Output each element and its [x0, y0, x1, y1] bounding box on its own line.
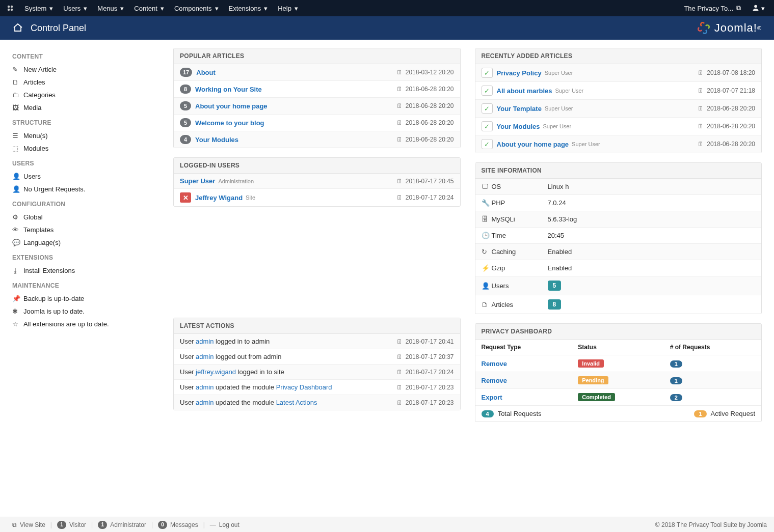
calendar-icon: 🗓	[396, 119, 403, 126]
menu-components[interactable]: Components▾	[169, 1, 224, 16]
calendar-icon: 🗓	[698, 87, 704, 94]
calendar-icon: 🗓	[396, 399, 403, 406]
publish-toggle[interactable]: ✓	[482, 68, 493, 78]
article-date: 2018-06-28 20:20	[406, 136, 454, 143]
action-date: 2018-07-17 20:37	[406, 353, 454, 360]
calendar-icon: 🗓	[396, 194, 403, 201]
hit-count-badge: 17	[180, 68, 192, 77]
publish-toggle[interactable]: ✓	[482, 103, 493, 114]
siteinfo-row: 👤Users 5	[475, 276, 762, 295]
article-link[interactable]: About your home page	[497, 141, 569, 148]
publish-toggle[interactable]: ✓	[482, 86, 493, 96]
calendar-icon: 🗓	[396, 338, 403, 345]
sidebar-item[interactable]: 👤Users	[12, 170, 165, 183]
user-link[interactable]: Jeffrey Wigand	[195, 194, 243, 202]
sidebar-item[interactable]: 📌Backup is up-to-date	[12, 292, 165, 305]
sidebar-item-label: Backup is up-to-date	[23, 295, 84, 302]
panel-heading: SITE INFORMATION	[475, 163, 762, 179]
article-date: 2018-06-28 20:20	[406, 119, 454, 126]
image-icon: 🖼	[12, 104, 23, 111]
wrench-icon: 🔧	[482, 199, 492, 207]
action-object-link[interactable]: Privacy Dashboard	[276, 383, 332, 391]
monitor-icon: 🖵	[482, 183, 492, 190]
action-row: User admin logged in to admin 🗓2018-07-1…	[174, 334, 460, 349]
privacy-col-count: # of Requests	[664, 340, 761, 355]
clock-icon: 🕒	[482, 232, 492, 239]
user-icon: 👤	[12, 185, 23, 193]
sidebar-item[interactable]: 👤No Urgent Requests.	[12, 183, 165, 195]
action-user-link[interactable]: admin	[196, 399, 213, 406]
calendar-icon: 🗓	[396, 69, 403, 76]
privacy-count-pill: 2	[670, 394, 682, 401]
user-menu[interactable]: ▾	[749, 4, 768, 13]
recent-article-row: ✓ Your Modules Super User 🗓2018-06-28 20…	[475, 118, 762, 135]
action-user-link[interactable]: admin	[196, 353, 213, 360]
sidebar-item[interactable]: ☰Menu(s)	[12, 129, 165, 142]
privacy-type-link[interactable]: Remove	[475, 372, 572, 389]
privacy-count-pill: 1	[670, 360, 682, 368]
active-request-label: Active Request	[711, 410, 755, 417]
svg-point-4	[754, 5, 757, 8]
panel-logged-in-users: LOGGED-IN USERS Super User Administratio…	[173, 157, 461, 207]
sidebar-item[interactable]: ✱Joomla is up to date.	[12, 305, 165, 318]
bolt-icon: ⚡	[482, 264, 492, 272]
article-link[interactable]: Your Template	[497, 105, 542, 113]
article-link[interactable]: Working on Your Site	[195, 86, 262, 93]
privacy-count-pill: 1	[670, 377, 682, 384]
siteinfo-value: Enabled	[548, 264, 572, 272]
article-link[interactable]: About your home page	[195, 102, 268, 110]
hit-count-badge: 4	[180, 135, 191, 144]
publish-toggle[interactable]: ✓	[482, 139, 493, 149]
privacy-type-link[interactable]: Remove	[475, 355, 572, 372]
sidebar-item[interactable]: 👁Templates	[12, 223, 165, 236]
sidebar-heading-config: CONFIGURATION	[12, 201, 165, 208]
menu-menus[interactable]: Menus▾	[92, 1, 129, 16]
site-link[interactable]: The Privacy To... ⧉	[680, 4, 745, 12]
menu-content[interactable]: Content▾	[129, 1, 169, 16]
download-icon: ⭳	[12, 267, 23, 274]
sidebar-item[interactable]: 🗋Articles	[12, 76, 165, 89]
sidebar-item[interactable]: 🖼Media	[12, 101, 165, 114]
privacy-type-link[interactable]: Export	[475, 389, 572, 406]
menu-users[interactable]: Users▾	[58, 1, 92, 16]
logout-user-button[interactable]: ✕	[180, 192, 191, 203]
article-link[interactable]: All about marbles	[497, 87, 552, 95]
total-requests-label: Total Requests	[498, 410, 542, 417]
article-link[interactable]: Welcome to your blog	[195, 119, 264, 127]
publish-toggle[interactable]: ✓	[482, 121, 493, 131]
article-date: 2018-06-28 20:20	[707, 141, 755, 148]
sidebar-item[interactable]: ⚙Global	[12, 211, 165, 223]
calendar-icon: 🗓	[396, 384, 403, 391]
external-link-icon: ⧉	[736, 4, 741, 12]
menu-extensions[interactable]: Extensions▾	[224, 1, 273, 16]
panel-heading: RECENTLY ADDED ARTICLES	[475, 48, 762, 64]
sidebar-item[interactable]: ⭳Install Extensions	[12, 264, 165, 277]
sidebar-item[interactable]: ⬚Modules	[12, 142, 165, 155]
action-user-link[interactable]: admin	[196, 338, 213, 345]
sidebar-item-label: Global	[23, 213, 43, 221]
user-link[interactable]: Super User	[180, 177, 215, 185]
action-object-link[interactable]: Latest Actions	[276, 399, 317, 406]
action-user-link[interactable]: jeffrey.wigand	[196, 368, 236, 376]
panel-popular-articles: POPULAR ARTICLES 17 About 🗓2018-03-12 20…	[173, 48, 461, 148]
article-author: Super User	[545, 105, 573, 111]
siteinfo-label: OS	[492, 183, 501, 190]
sidebar-item[interactable]: ✎New Article	[12, 63, 165, 76]
article-link[interactable]: Your Modules	[195, 136, 238, 144]
siteinfo-row: ⚡Gzip Enabled	[475, 260, 762, 276]
title-bar: Control Panel Joomla!®	[0, 16, 774, 40]
article-link[interactable]: Privacy Policy	[497, 69, 542, 77]
sidebar-item[interactable]: 🗀Categories	[12, 89, 165, 101]
sidebar-item[interactable]: 💬Language(s)	[12, 236, 165, 249]
calendar-icon: 🗓	[396, 86, 403, 93]
menu-system[interactable]: System▾	[19, 1, 58, 16]
article-link[interactable]: About	[196, 69, 216, 76]
sidebar-item-label: Templates	[23, 226, 54, 234]
article-link[interactable]: Your Modules	[497, 123, 540, 130]
caret-down-icon: ▾	[264, 5, 268, 12]
action-user-link[interactable]: admin	[196, 383, 213, 391]
sidebar-item[interactable]: ☆All extensions are up to date.	[12, 318, 165, 330]
popular-article-row: 8 Working on Your Site 🗓2018-06-28 20:20	[174, 81, 460, 98]
loggedin-user-row: ✕ Jeffrey Wigand Site 🗓2018-07-17 20:24	[174, 189, 460, 206]
menu-help[interactable]: Help▾	[273, 1, 303, 16]
